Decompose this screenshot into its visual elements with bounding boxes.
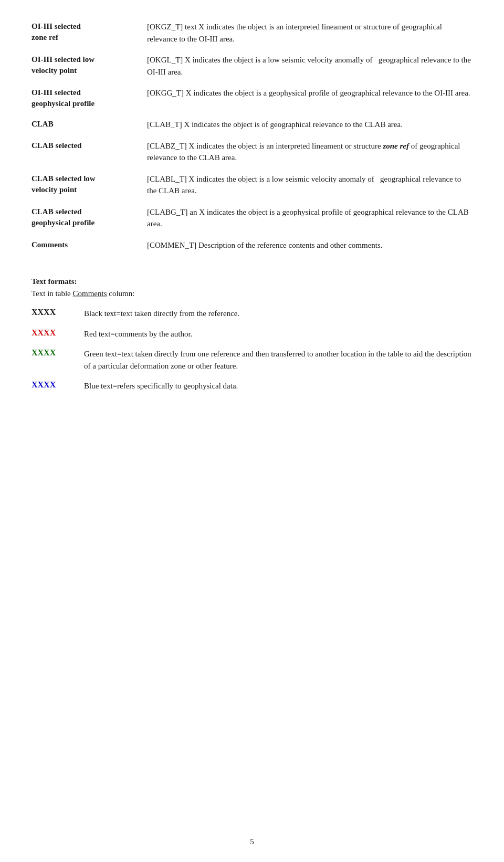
format-desc-blue: Blue text=refers specifically to geophys… [84,380,472,392]
def-clab-selected: [CLABZ_T] X indicates the object is an i… [147,140,472,164]
subtitle-comments: Comments [73,289,107,298]
table-row: CLAB selected [CLABZ_T] X indicates the … [32,140,472,164]
subtitle-prefix: Text in table [32,289,73,298]
text-formats-section: Text formats: Text in table Comments col… [32,272,472,392]
term-clab-geophysical: CLAB selectedgeophysical profile [32,206,147,228]
format-sample-green: XXXX [32,348,84,358]
def-clab-geophysical: [CLABG_T] an X indicates the object is a… [147,206,472,230]
table-row: Comments [COMMEN_T] Description of the r… [32,239,472,251]
format-desc-red: Red text=comments by the author. [84,328,472,340]
format-row-red: XXXX Red text=comments by the author. [32,328,472,340]
def-comments: [COMMEN_T] Description of the reference … [147,239,472,251]
table-row: CLAB selectedgeophysical profile [CLABG_… [32,206,472,230]
zone-ref-bold-italic: zone ref [383,142,409,150]
text-formats-title: Text formats: [32,277,472,286]
def-clab-low-velocity: [CLABL_T] X indicates the object is a lo… [147,173,472,197]
def-clab: [CLAB_T] X indicates the object is of ge… [147,119,472,131]
subtitle-suffix: column: [107,289,135,298]
def-oi-iii-zone-ref: [OKGZ_T] text X indicates the object is … [147,21,472,45]
format-sample-black: XXXX [32,308,84,317]
term-oi-iii-zone-ref: OI-III selectedzone ref [32,21,147,43]
term-clab-low-velocity: CLAB selected lowvelocity point [32,173,147,195]
table-row: OI-III selectedzone ref [OKGZ_T] text X … [32,21,472,45]
term-clab: CLAB [32,119,147,130]
format-sample-red: XXXX [32,328,84,338]
term-oi-iii-low-velocity: OI-III selected lowvelocity point [32,54,147,76]
text-formats-subtitle: Text in table Comments column: [32,289,472,298]
table-row: OI-III selected lowvelocity point [OKGL_… [32,54,472,78]
table-row: CLAB selected lowvelocity point [CLABL_T… [32,173,472,197]
format-row-green: XXXX Green text=text taken directly from… [32,348,472,372]
format-sample-blue: XXXX [32,380,84,390]
term-oi-iii-geophysical: OI-III selectedgeophysical profile [32,87,147,109]
definitions-table: OI-III selectedzone ref [OKGZ_T] text X … [32,21,472,251]
page-content: OI-III selectedzone ref [OKGZ_T] text X … [0,0,504,443]
def-oi-iii-geophysical: [OKGG_T] X indicates the object is a geo… [147,87,472,99]
term-comments: Comments [32,239,147,250]
table-row: OI-III selectedgeophysical profile [OKGG… [32,87,472,109]
format-row-blue: XXXX Blue text=refers specifically to ge… [32,380,472,392]
table-row: CLAB [CLAB_T] X indicates the object is … [32,119,472,131]
term-clab-selected: CLAB selected [32,140,147,151]
def-oi-iii-low-velocity: [OKGL_T] X indicates the object is a low… [147,54,472,78]
format-desc-black: Black text=text taken directly from the … [84,308,472,320]
format-row-black: XXXX Black text=text taken directly from… [32,308,472,320]
format-desc-green: Green text=text taken directly from one … [84,348,472,372]
page-number: 5 [250,837,254,846]
